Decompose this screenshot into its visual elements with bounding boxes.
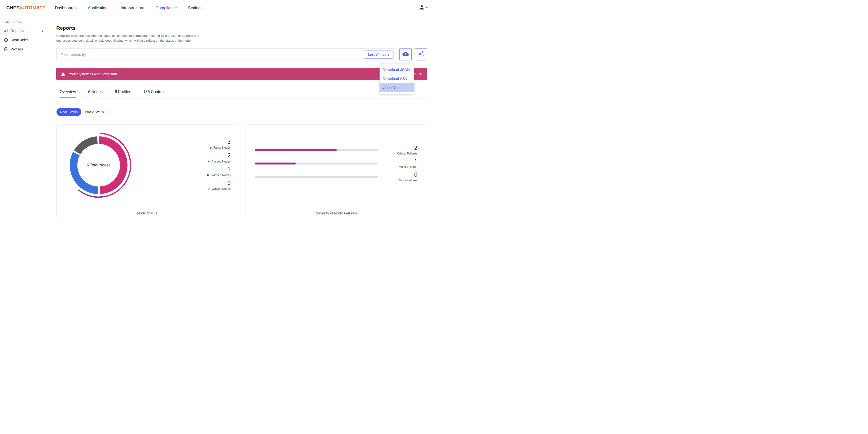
tab-controls[interactable]: 156 Controls <box>143 90 165 98</box>
report-tabs: Overview 6 Nodes 6 Profiles 156 Controls <box>56 90 427 98</box>
nav-infrastructure[interactable]: Infrastructure <box>121 6 144 10</box>
user-icon <box>418 4 425 11</box>
menu-item-open-report[interactable]: Open Report <box>379 83 414 92</box>
nav-dashboards[interactable]: Dashboards <box>55 6 76 10</box>
nav-settings[interactable]: Settings <box>188 6 203 10</box>
filter-toolbar: Last 24 hours Download JSON Download CSV <box>56 48 427 60</box>
critical-bar-fill <box>255 149 337 151</box>
bar-chart-icon <box>4 29 8 33</box>
plus-icon: + <box>419 71 422 76</box>
filter-reports-input[interactable] <box>56 48 396 60</box>
page-description: Compliance reports describe the status o… <box>56 33 427 43</box>
overview-cards: 6 Total Nodes 3 Failed Nodes 2 <box>56 125 427 217</box>
critical-label: Critical Failures <box>389 152 417 155</box>
donut-center-label: 6 Total Nodes <box>65 131 133 199</box>
severity-row-critical: 2 Critical Failures <box>255 144 417 156</box>
sidebar-item-label: Reports <box>10 29 24 33</box>
major-bar-track <box>255 162 378 164</box>
sidebar-item-label: Scan Jobs <box>10 38 28 42</box>
banner-message: Your System is Not Compliant <box>69 72 117 76</box>
severity-card-title: Severity of Node Failures <box>249 206 424 215</box>
user-menu-button[interactable]: ▾ <box>418 4 428 11</box>
status-toggle-group: Node Status Profile Status <box>56 108 108 116</box>
page-description-line2: one associated control, will enable deep… <box>56 38 427 43</box>
sidebar-item-profiles[interactable]: Profiles <box>0 44 47 54</box>
share-report-button[interactable] <box>415 48 427 60</box>
critical-bar-track <box>255 149 378 151</box>
tab-nodes[interactable]: 6 Nodes <box>88 90 103 98</box>
node-status-card: 6 Total Nodes 3 Failed Nodes 2 <box>56 125 238 217</box>
menu-item-download-json[interactable]: Download JSON <box>379 65 414 74</box>
nav-compliance[interactable]: Compliance <box>156 6 177 10</box>
waived-label: Waived Nodes <box>212 187 231 191</box>
passed-count: 2 <box>208 153 230 159</box>
node-status-donut-chart: 6 Total Nodes <box>65 131 133 199</box>
skipped-dot-icon <box>207 174 209 176</box>
node-status-card-title: Node Status <box>60 206 235 215</box>
warning-triangle-icon <box>61 72 65 76</box>
chef-automate-logo[interactable]: CHEFAUTOMATE <box>6 5 45 10</box>
scan-target-icon <box>4 38 8 42</box>
minor-bar-track <box>255 176 378 178</box>
toggle-profile-status[interactable]: Profile Status <box>81 108 107 116</box>
main-nav: Dashboards Applications Infrastructure C… <box>55 6 203 10</box>
share-icon <box>418 51 424 58</box>
stacked-docs-icon <box>4 47 8 52</box>
compliance-sidebar: COMPLIANCE Reports ▸ Scan Jobs Profiles <box>0 16 47 217</box>
sidebar-item-reports[interactable]: Reports ▸ <box>0 26 47 35</box>
cloud-download-icon <box>402 51 409 58</box>
legend-item-passed: 2 Passed Nodes <box>208 153 230 163</box>
tab-profiles[interactable]: 6 Profiles <box>115 90 131 98</box>
download-dropdown-menu: Download JSON Download CSV Open Report <box>379 64 414 94</box>
severity-bars-chart: 2 Critical Failures 1 Major Failures <box>246 125 427 183</box>
expand-arrow-icon[interactable]: ▸ <box>42 29 43 33</box>
nav-applications[interactable]: Applications <box>88 6 110 10</box>
passed-dot-icon <box>208 161 210 162</box>
tab-overview[interactable]: Overview <box>60 90 76 98</box>
skipped-label: Skipped Nodes <box>211 174 230 177</box>
passed-label: Passed Nodes <box>212 160 230 163</box>
compliance-reports-page: CHEFAUTOMATE Dashboards Applications Inf… <box>0 0 434 217</box>
failed-dot-icon <box>210 147 212 149</box>
download-report-button[interactable] <box>399 48 412 60</box>
severity-row-minor: 0 Minor Failures <box>255 171 417 183</box>
compliance-status-banner: Your System is Not Compliant Report Meta… <box>56 68 427 80</box>
chevron-down-icon: ▾ <box>426 6 428 9</box>
major-bar-fill <box>255 162 296 164</box>
sidebar-item-label: Profiles <box>10 47 23 52</box>
page-title: Reports <box>56 25 427 31</box>
severity-card: 2 Critical Failures 1 Major Failures <box>246 125 428 217</box>
logo-automate: AUTOMATE <box>19 5 45 10</box>
node-status-legend: 3 Failed Nodes 2 Passed Nodes <box>207 139 230 194</box>
failed-label: Failed Nodes <box>213 146 231 149</box>
logo-chef: CHEF <box>6 5 19 10</box>
critical-count: 2 <box>389 145 417 151</box>
legend-item-waived: 0 Waived Nodes <box>208 180 231 191</box>
top-navbar: CHEFAUTOMATE Dashboards Applications Inf… <box>0 0 434 16</box>
toggle-node-status[interactable]: Node Status <box>57 108 81 116</box>
filter-input-wrap: Last 24 hours <box>56 48 396 60</box>
failed-count: 3 <box>210 139 231 145</box>
sidebar-item-scan-jobs[interactable]: Scan Jobs <box>0 35 47 44</box>
menu-item-download-csv[interactable]: Download CSV <box>379 74 414 83</box>
severity-row-major: 1 Major Failures <box>255 158 417 169</box>
waived-dot-icon <box>208 188 210 190</box>
minor-label: Minor Failures <box>389 179 417 182</box>
legend-item-failed: 3 Failed Nodes <box>210 139 231 149</box>
legend-item-skipped: 1 Skipped Nodes <box>207 166 230 177</box>
page-description-line1: Compliance reports describe the status o… <box>56 33 427 38</box>
major-label: Major Failures <box>389 165 417 168</box>
sidebar-section-label: COMPLIANCE <box>0 19 47 26</box>
waived-count: 0 <box>208 180 231 186</box>
time-range-button[interactable]: Last 24 hours <box>364 50 394 59</box>
main-content: Reports Compliance reports describe the … <box>47 16 434 217</box>
skipped-count: 1 <box>207 166 230 173</box>
major-count: 1 <box>389 158 417 164</box>
minor-count: 0 <box>389 172 417 178</box>
